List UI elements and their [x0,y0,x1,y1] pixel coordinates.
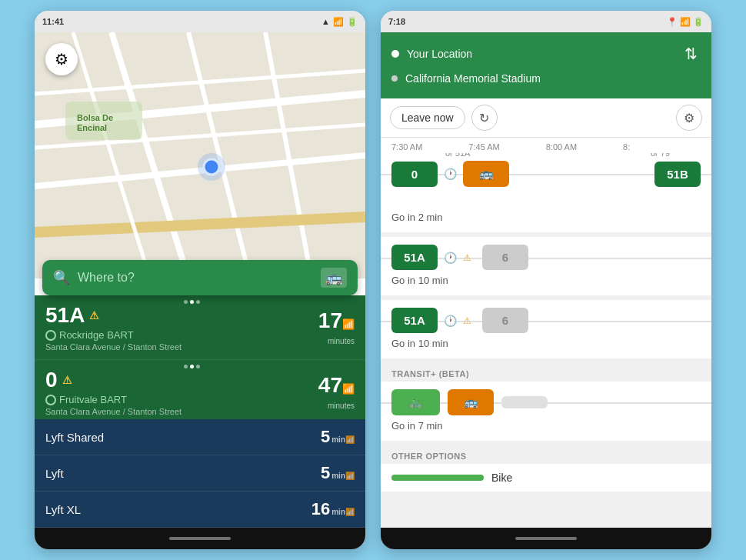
leave-now-bar: Leave now ↻ ⚙ [381,98,711,138]
route-chips-1: or 51A 0 🕐 🚌 or 79 51B [391,161,701,187]
warn-icon-3: ⚠ [463,315,471,326]
lyft-time: 5min📶 [321,463,355,483]
or-label-79: or 79 [651,153,670,158]
left-phone: 11:41 ▲ 📶 🔋 Bolsa De Encinal [35,11,365,549]
svg-point-14 [198,153,225,181]
lyft-shared-item[interactable]: Lyft Shared 5min📶 [35,419,365,455]
transit-plus-chips: 🚲 🚌 [391,389,701,415]
transit-plus-option[interactable]: 🚲 🚌 Go in 7 min [381,382,711,441]
svg-text:Bolsa De: Bolsa De [77,113,113,122]
or-label-51a: or 51A [445,153,470,158]
chip-51b: 51B [654,162,701,187]
settings-button-right[interactable]: ⚙ [676,105,702,131]
lyft-shared-label: Lyft Shared [45,431,104,444]
chip-bus-transit: 🚌 [448,389,494,415]
clock-icon-3: 🕐 [441,312,460,330]
go-label-3: Go in 10 min [391,338,701,349]
chip-bike: 🚲 [391,389,440,415]
route-options: or 51A 0 🕐 🚌 or 79 51B Go in 2 min 51A 🕐… [381,153,711,528]
lyft-label: Lyft [45,467,64,480]
dest-row: California Memorial Stadium [391,72,701,85]
time-left: 11:41 [42,17,64,26]
origin-label: Your Location [407,48,472,60]
lyft-xl-time: 16min📶 [311,499,355,519]
rideshare-list: Lyft Shared 5min📶 Lyft 5min📶 Lyft XL 16m… [35,419,365,528]
route-chips-2: 51A 🕐 ⚠ 6 [391,245,701,270]
status-bar-left: 11:41 ▲ 📶 🔋 [35,11,365,32]
chip-0: 0 [391,162,438,187]
route-option-3[interactable]: 51A 🕐 ⚠ 6 Go in 10 min [381,300,711,358]
transit-icon[interactable]: 🚌 [321,268,347,288]
clock-icon-1: 🕐 [441,165,460,183]
go-label-1: Go in 2 min [391,212,701,223]
bike-option[interactable]: Bike [381,464,711,492]
refresh-button[interactable]: ↻ [471,105,498,131]
settings-button-left[interactable]: ⚙ [45,43,78,75]
transit-list: 51A ⚠ Rockridge BART Santa Clara Avenue … [35,295,365,419]
svg-text:Encinal: Encinal [77,123,107,132]
bike-label: Bike [491,472,512,484]
chip-6-3: 6 [482,308,528,333]
transit-item-51a[interactable]: 51A ⚠ Rockridge BART Santa Clara Avenue … [35,295,365,360]
lyft-xl-item[interactable]: Lyft XL 16min📶 [35,492,365,528]
route-option-2[interactable]: 51A 🕐 ⚠ 6 Go in 10 min [381,237,711,295]
lyft-item[interactable]: Lyft 5min📶 [35,455,365,492]
time-8plus: 8: [623,142,630,152]
clock-icon-2: 🕐 [441,248,460,267]
chip-empty [501,396,548,408]
lyft-shared-time: 5min📶 [321,427,355,447]
time-right: 7:18 [388,17,405,26]
time-745: 7:45 AM [468,142,499,152]
status-bar-right: 7:18 📍 📶 🔋 [381,11,711,32]
chip-51a-2: 51A [391,245,438,270]
leave-now-button[interactable]: Leave now [390,106,465,129]
route-chips-3: 51A 🕐 ⚠ 6 [391,308,701,333]
home-indicator-left [169,537,231,540]
time-800: 8:00 AM [546,142,577,152]
transit-plus-label: TRANSIT+ (BETA) [381,363,711,382]
status-icons-right: 📍 📶 🔋 [667,17,704,27]
home-indicator-right [515,537,577,540]
dest-label: California Memorial Stadium [405,72,541,85]
search-icon: 🔍 [53,269,70,286]
bike-bar [391,475,484,481]
route-option-1[interactable]: or 51A 0 🕐 🚌 or 79 51B Go in 2 min [381,153,711,232]
time-header: 7:30 AM 7:45 AM 8:00 AM 8: [381,138,711,153]
dest-dot [391,75,398,82]
origin-dot [391,50,399,58]
go-label-transit: Go in 7 min [391,420,701,432]
lyft-xl-label: Lyft XL [45,503,81,516]
search-input[interactable]: Where to? [78,271,313,285]
status-icons-left: ▲ 📶 🔋 [321,17,358,27]
chip-bus-1: 🚌 [463,161,509,187]
other-options-label: OTHER OPTIONS [381,445,711,464]
time-730: 7:30 AM [391,142,422,152]
bottom-bar-right [381,528,711,549]
chip-6-2: 6 [482,245,528,270]
map-area: Bolsa De Encinal Google ⚙ [35,32,365,278]
warn-icon-2: ⚠ [463,252,471,263]
transit-item-0[interactable]: 0 ⚠ Fruitvale BART Santa Clara Avenue / … [35,360,365,419]
bottom-bar-left [35,528,365,549]
search-bar[interactable]: 🔍 Where to? 🚌 [42,260,358,295]
chip-51a-3: 51A [391,308,438,333]
origin-row: Your Location ⇅ [391,42,701,66]
route-header: Your Location ⇅ California Memorial Stad… [381,32,711,98]
swap-button[interactable]: ⇅ [681,42,701,66]
right-phone: 7:18 📍 📶 🔋 Your Location ⇅ California Me… [381,11,711,549]
go-label-2: Go in 10 min [391,275,701,286]
